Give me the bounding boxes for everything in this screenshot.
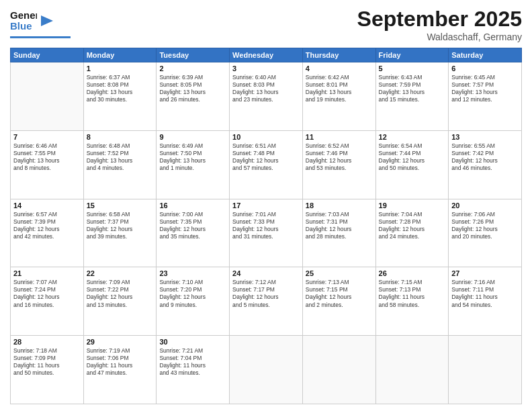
day-info: Sunrise: 7:03 AM Sunset: 7:31 PM Dayligh… (306, 211, 373, 240)
calendar-cell: 27Sunrise: 7:16 AM Sunset: 7:11 PM Dayli… (449, 267, 522, 336)
calendar-cell: 29Sunrise: 7:19 AM Sunset: 7:06 PM Dayli… (83, 336, 157, 404)
day-info: Sunrise: 6:49 AM Sunset: 7:50 PM Dayligh… (159, 142, 226, 172)
calendar-cell: 11Sunrise: 6:52 AM Sunset: 7:46 PM Dayli… (302, 130, 375, 199)
col-saturday: Saturday (449, 48, 522, 62)
day-info: Sunrise: 6:48 AM Sunset: 7:52 PM Dayligh… (87, 142, 154, 172)
day-info: Sunrise: 7:04 AM Sunset: 7:28 PM Dayligh… (379, 211, 446, 240)
day-number: 26 (379, 269, 446, 277)
day-info: Sunrise: 7:19 AM Sunset: 7:06 PM Dayligh… (87, 347, 154, 377)
day-info: Sunrise: 6:58 AM Sunset: 7:37 PM Dayligh… (87, 211, 154, 240)
day-number: 13 (451, 133, 519, 141)
day-info: Sunrise: 6:39 AM Sunset: 8:05 PM Dayligh… (159, 74, 226, 103)
day-info: Sunrise: 6:46 AM Sunset: 7:55 PM Dayligh… (13, 142, 81, 172)
day-number: 20 (451, 201, 519, 210)
day-info: Sunrise: 6:51 AM Sunset: 7:48 PM Dayligh… (232, 142, 300, 172)
calendar-cell: 28Sunrise: 7:18 AM Sunset: 7:09 PM Dayli… (11, 336, 84, 404)
day-info: Sunrise: 6:45 AM Sunset: 7:57 PM Dayligh… (451, 74, 519, 103)
col-monday: Monday (83, 48, 157, 62)
calendar-cell: 6Sunrise: 6:45 AM Sunset: 7:57 PM Daylig… (449, 62, 522, 131)
day-info: Sunrise: 7:00 AM Sunset: 7:35 PM Dayligh… (159, 211, 226, 240)
month-title: September 2025 (357, 7, 522, 32)
calendar-week-row: 28Sunrise: 7:18 AM Sunset: 7:09 PM Dayli… (11, 336, 522, 404)
day-info: Sunrise: 7:16 AM Sunset: 7:11 PM Dayligh… (451, 279, 519, 308)
day-number: 8 (87, 133, 154, 141)
day-number: 28 (13, 338, 81, 346)
calendar-cell: 10Sunrise: 6:51 AM Sunset: 7:48 PM Dayli… (230, 130, 303, 199)
day-info: Sunrise: 6:42 AM Sunset: 8:01 PM Dayligh… (306, 74, 373, 103)
calendar-cell: 21Sunrise: 7:07 AM Sunset: 7:24 PM Dayli… (11, 267, 84, 336)
day-info: Sunrise: 6:37 AM Sunset: 8:08 PM Dayligh… (87, 74, 154, 103)
logo-underline (10, 36, 71, 38)
day-number: 9 (159, 133, 226, 141)
calendar-cell: 16Sunrise: 7:00 AM Sunset: 7:35 PM Dayli… (157, 199, 230, 267)
calendar-cell: 12Sunrise: 6:54 AM Sunset: 7:44 PM Dayli… (375, 130, 449, 199)
day-info: Sunrise: 6:55 AM Sunset: 7:42 PM Dayligh… (451, 142, 519, 172)
calendar-cell: 7Sunrise: 6:46 AM Sunset: 7:55 PM Daylig… (11, 130, 84, 199)
day-number: 5 (379, 64, 446, 73)
day-number: 1 (87, 64, 154, 73)
col-wednesday: Wednesday (230, 48, 303, 62)
logo-icon: General Blue (10, 7, 37, 32)
logo: General Blue (10, 7, 71, 38)
day-number: 19 (379, 201, 446, 210)
calendar-cell: 8Sunrise: 6:48 AM Sunset: 7:52 PM Daylig… (83, 130, 157, 199)
day-info: Sunrise: 7:21 AM Sunset: 7:04 PM Dayligh… (159, 347, 226, 377)
day-number: 15 (87, 201, 154, 210)
day-number: 2 (159, 64, 226, 73)
calendar-cell: 2Sunrise: 6:39 AM Sunset: 8:05 PM Daylig… (157, 62, 230, 131)
calendar-cell: 1Sunrise: 6:37 AM Sunset: 8:08 PM Daylig… (83, 62, 157, 131)
day-number: 11 (306, 133, 373, 141)
day-number: 17 (232, 201, 300, 210)
calendar-week-row: 1Sunrise: 6:37 AM Sunset: 8:08 PM Daylig… (11, 62, 522, 131)
calendar-cell: 3Sunrise: 6:40 AM Sunset: 8:03 PM Daylig… (230, 62, 303, 131)
calendar-cell: 14Sunrise: 6:57 AM Sunset: 7:39 PM Dayli… (11, 199, 84, 267)
calendar-cell (449, 336, 522, 404)
calendar-cell: 23Sunrise: 7:10 AM Sunset: 7:20 PM Dayli… (157, 267, 230, 336)
day-number: 27 (451, 269, 519, 277)
day-info: Sunrise: 7:10 AM Sunset: 7:20 PM Dayligh… (159, 279, 226, 308)
calendar-cell (11, 62, 84, 131)
day-info: Sunrise: 7:13 AM Sunset: 7:15 PM Dayligh… (306, 279, 373, 308)
header: General Blue September 2025 Waldaschaff,… (10, 7, 522, 42)
calendar-cell: 25Sunrise: 7:13 AM Sunset: 7:15 PM Dayli… (302, 267, 375, 336)
calendar-cell: 18Sunrise: 7:03 AM Sunset: 7:31 PM Dayli… (302, 199, 375, 267)
day-info: Sunrise: 7:15 AM Sunset: 7:13 PM Dayligh… (379, 279, 446, 308)
calendar-cell: 17Sunrise: 7:01 AM Sunset: 7:33 PM Dayli… (230, 199, 303, 267)
location: Waldaschaff, Germany (357, 32, 522, 42)
day-number: 25 (306, 269, 373, 277)
day-number: 30 (159, 338, 226, 346)
day-number: 21 (13, 269, 81, 277)
day-number: 3 (232, 64, 300, 73)
day-number: 10 (232, 133, 300, 141)
day-info: Sunrise: 6:43 AM Sunset: 7:59 PM Dayligh… (379, 74, 446, 103)
col-friday: Friday (375, 48, 449, 62)
day-info: Sunrise: 7:12 AM Sunset: 7:17 PM Dayligh… (232, 279, 300, 308)
day-info: Sunrise: 7:07 AM Sunset: 7:24 PM Dayligh… (13, 279, 81, 308)
calendar-cell: 26Sunrise: 7:15 AM Sunset: 7:13 PM Dayli… (375, 267, 449, 336)
day-info: Sunrise: 6:57 AM Sunset: 7:39 PM Dayligh… (13, 211, 81, 240)
day-number: 7 (13, 133, 81, 141)
calendar-cell (375, 336, 449, 404)
calendar-cell (302, 336, 375, 404)
calendar-cell: 9Sunrise: 6:49 AM Sunset: 7:50 PM Daylig… (157, 130, 230, 199)
calendar-week-row: 7Sunrise: 6:46 AM Sunset: 7:55 PM Daylig… (11, 130, 522, 199)
day-number: 14 (13, 201, 81, 210)
svg-marker-2 (41, 15, 53, 26)
calendar-cell: 19Sunrise: 7:04 AM Sunset: 7:28 PM Dayli… (375, 199, 449, 267)
day-info: Sunrise: 7:09 AM Sunset: 7:22 PM Dayligh… (87, 279, 154, 308)
col-thursday: Thursday (302, 48, 375, 62)
day-info: Sunrise: 7:06 AM Sunset: 7:26 PM Dayligh… (451, 211, 519, 240)
arrow-icon (41, 14, 54, 28)
day-number: 23 (159, 269, 226, 277)
calendar-cell: 22Sunrise: 7:09 AM Sunset: 7:22 PM Dayli… (83, 267, 157, 336)
day-number: 6 (451, 64, 519, 73)
day-number: 22 (87, 269, 154, 277)
calendar-body: 1Sunrise: 6:37 AM Sunset: 8:08 PM Daylig… (11, 62, 522, 404)
day-info: Sunrise: 6:40 AM Sunset: 8:03 PM Dayligh… (232, 74, 300, 103)
col-sunday: Sunday (11, 48, 84, 62)
calendar-cell (230, 336, 303, 404)
day-info: Sunrise: 6:52 AM Sunset: 7:46 PM Dayligh… (306, 142, 373, 172)
day-number: 16 (159, 201, 226, 210)
day-info: Sunrise: 7:18 AM Sunset: 7:09 PM Dayligh… (13, 347, 81, 377)
calendar-cell: 13Sunrise: 6:55 AM Sunset: 7:42 PM Dayli… (449, 130, 522, 199)
